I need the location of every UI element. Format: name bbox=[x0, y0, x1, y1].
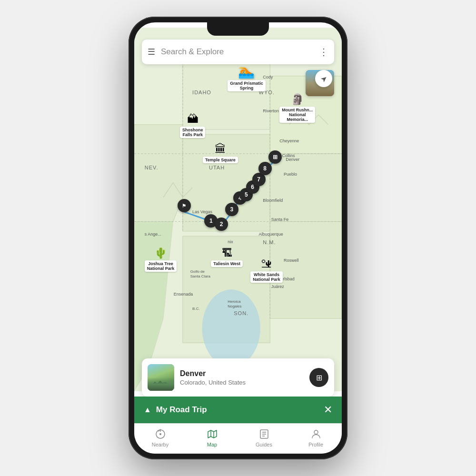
svg-point-24 bbox=[314, 430, 318, 434]
location-subtitle: Colorado, United States bbox=[180, 379, 309, 386]
nav-label-nearby: Nearby bbox=[152, 442, 169, 447]
svg-rect-5 bbox=[270, 154, 342, 222]
city-phoenix: nix bbox=[228, 239, 233, 244]
road-trip-title: My Road Trip bbox=[156, 405, 324, 415]
nav-item-map[interactable]: Map bbox=[186, 428, 238, 449]
city-albuquerque: Albuquerque bbox=[259, 232, 283, 237]
city-heroica: HeroicaNogales bbox=[228, 299, 241, 309]
poi-white-sands[interactable]: 🏜 White SandsNational Park bbox=[250, 258, 283, 283]
city-cheyenne: Cheyenne bbox=[279, 139, 299, 143]
poi-mount-rushmore[interactable]: 🗿 Mount Rushn...NationalMemoria... bbox=[279, 93, 315, 123]
road-trip-bar[interactable]: ▲ My Road Trip ✕ bbox=[134, 397, 342, 423]
road-trip-close-button[interactable]: ✕ bbox=[324, 404, 332, 416]
state-label-utah: UTAH bbox=[209, 165, 225, 170]
phone-frame: IDAHO NEV. UTAH WYO. N.M. SON. Cody Rive… bbox=[129, 17, 347, 459]
route-dot-2[interactable]: 2 bbox=[215, 218, 228, 231]
route-dot-start[interactable]: ⚑ bbox=[178, 199, 191, 212]
city-golfo: Golfo deSanta Clara bbox=[190, 269, 210, 279]
nav-label-guides: Guides bbox=[256, 442, 272, 447]
nav-item-profile[interactable]: Profile bbox=[290, 428, 342, 449]
city-angeles: s Ange... bbox=[145, 232, 161, 237]
poi-taliesin-west[interactable]: 🏗 Taliesin West bbox=[211, 247, 243, 267]
state-label-son: SON. bbox=[234, 310, 248, 316]
guides-icon bbox=[258, 428, 270, 440]
route-dot-end[interactable]: ⊞ bbox=[268, 150, 282, 164]
nav-item-nearby[interactable]: Nearby bbox=[134, 428, 186, 449]
city-pueblo: Pueblo bbox=[284, 172, 297, 177]
location-action-icon: ⊞ bbox=[316, 373, 322, 382]
map-icon bbox=[207, 428, 218, 440]
compass-button[interactable]: ➤ bbox=[315, 70, 332, 87]
nav-label-profile: Profile bbox=[308, 442, 323, 447]
city-santa-fe: Santa Fe bbox=[271, 217, 289, 222]
svg-point-16 bbox=[159, 433, 161, 435]
city-bloomfield: Bloomfield bbox=[263, 198, 283, 203]
city-juarez: Juárez bbox=[271, 284, 284, 289]
city-riverton: Riverton bbox=[263, 109, 279, 113]
city-ensenada: Ensenada bbox=[174, 292, 193, 297]
more-options-icon[interactable]: ⋮ bbox=[319, 46, 328, 58]
bottom-navigation: Nearby Map Guides bbox=[134, 423, 342, 454]
road-trip-chevron-icon: ▲ bbox=[144, 406, 151, 414]
city-las-vegas: Las Vegas bbox=[192, 209, 212, 214]
menu-icon[interactable]: ☰ bbox=[148, 47, 155, 57]
city-roswell: Roswell bbox=[284, 258, 299, 263]
location-name: Denver bbox=[180, 369, 309, 378]
poi-shoshone-falls[interactable]: 🏔 ShoshoneFalls Park bbox=[180, 112, 206, 138]
city-denver: Denver bbox=[286, 157, 299, 162]
profile-icon bbox=[310, 428, 322, 440]
search-input[interactable]: Search & Explore bbox=[161, 47, 315, 57]
state-label-idaho: IDAHO bbox=[192, 89, 211, 95]
state-label-nevada: NEV. bbox=[145, 165, 159, 170]
location-info: Denver Colorado, United States bbox=[180, 369, 309, 386]
location-card[interactable]: Denver Colorado, United States ⊞ bbox=[142, 358, 334, 397]
state-label-nm: N.M. bbox=[263, 239, 276, 245]
location-action-button[interactable]: ⊞ bbox=[309, 368, 328, 387]
notch bbox=[207, 22, 269, 36]
location-image bbox=[148, 364, 174, 391]
nav-label-map: Map bbox=[207, 442, 217, 447]
city-bc: B.C. bbox=[192, 307, 200, 311]
poi-temple-square[interactable]: 🏛 Temple Square bbox=[203, 142, 238, 163]
search-bar[interactable]: ☰ Search & Explore ⋮ bbox=[142, 40, 334, 64]
poi-grand-prismatic[interactable]: 🏊 Grand PrismaticSpring bbox=[228, 63, 266, 91]
route-dot-8[interactable]: 8 bbox=[258, 162, 272, 175]
phone-screen: IDAHO NEV. UTAH WYO. N.M. SON. Cody Rive… bbox=[134, 22, 342, 454]
route-dot-3[interactable]: 3 bbox=[225, 203, 238, 216]
nearby-icon bbox=[155, 428, 166, 440]
nav-item-guides[interactable]: Guides bbox=[238, 428, 290, 449]
poi-joshua-tree[interactable]: 🌵 Joshua TreeNational Park bbox=[145, 247, 177, 272]
